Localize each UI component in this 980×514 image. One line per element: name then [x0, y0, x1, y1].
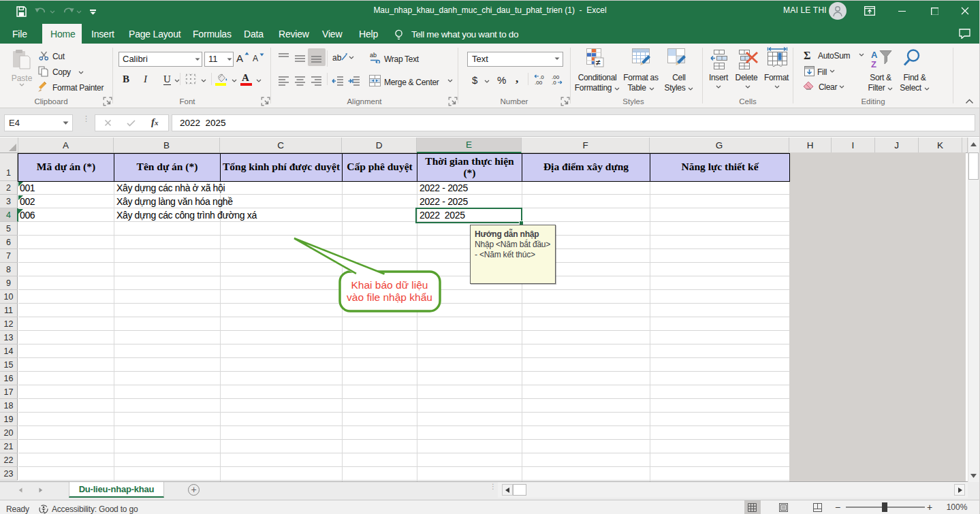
- svg-text:A: A: [871, 50, 878, 60]
- svg-text:ab: ab: [332, 53, 342, 63]
- svg-text:ab: ab: [370, 52, 377, 59]
- svg-text:Z: Z: [871, 59, 876, 69]
- svg-text:.0: .0: [552, 80, 556, 85]
- svg-text:≠: ≠: [596, 58, 601, 67]
- svg-text:Khai báo dữ liệu: Khai báo dữ liệu: [351, 279, 428, 291]
- svg-text:vào file nhập khẩu: vào file nhập khẩu: [347, 291, 432, 303]
- svg-text:.00: .00: [535, 80, 543, 85]
